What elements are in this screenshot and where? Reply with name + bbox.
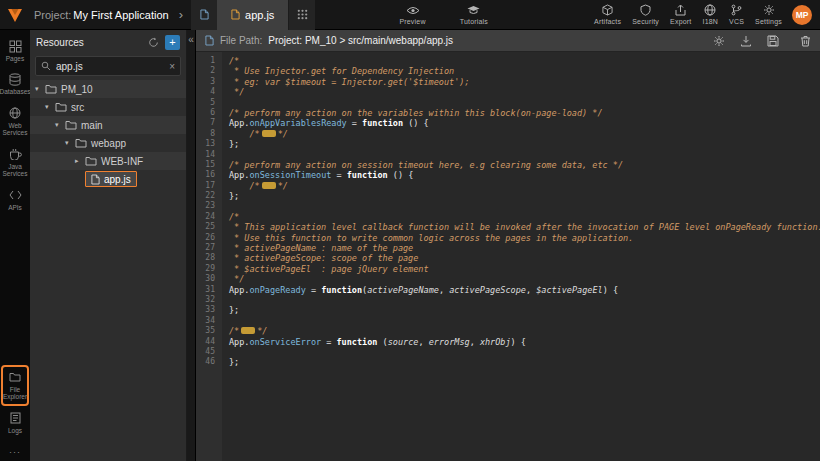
folded-code-badge[interactable] xyxy=(262,182,276,189)
branch-icon xyxy=(731,4,742,16)
chevron-right-icon[interactable]: › xyxy=(179,7,183,22)
tree-item-main[interactable]: ▾main xyxy=(30,116,186,134)
settings-icon[interactable] xyxy=(713,35,725,47)
rail-item-databases[interactable]: Databases xyxy=(1,67,29,100)
code-line-1[interactable]: 1/* xyxy=(196,56,820,66)
tree-item-webapp[interactable]: ▾webapp xyxy=(30,134,186,152)
code-line-16[interactable]: 16App.onSessionTimeout = function () { xyxy=(196,170,820,180)
topbar-preview-button[interactable]: Preview xyxy=(399,4,425,25)
code-line-8[interactable]: 8 /**/ xyxy=(196,129,820,139)
caret-down-icon[interactable]: ▾ xyxy=(55,121,65,129)
code-line-27[interactable]: 27 * activePageName : name of the page xyxy=(196,243,820,253)
app-logo-icon[interactable] xyxy=(0,0,30,30)
code-line-6[interactable]: 6/* perform any action on the variables … xyxy=(196,108,820,118)
main-body: PagesDatabasesWeb ServicesJava ServicesA… xyxy=(0,30,820,461)
code-line-24[interactable]: 24/* xyxy=(196,212,820,222)
code-line-7[interactable]: 7App.onAppVariablesReady = function () { xyxy=(196,118,820,128)
code-line-22[interactable]: 22}; xyxy=(196,191,820,201)
code-line-30[interactable]: 30 */ xyxy=(196,274,820,284)
topbar-item-label: Artifacts xyxy=(594,18,621,25)
selected-file[interactable]: app.js xyxy=(85,171,137,187)
code-line-34[interactable]: 34 xyxy=(196,316,820,326)
code-text xyxy=(222,316,229,326)
clear-search-icon[interactable]: × xyxy=(169,61,175,72)
topbar-item-label: Security xyxy=(632,18,659,25)
tree-item-app-js[interactable]: app.js xyxy=(30,170,186,188)
code-line-14[interactable]: 14 xyxy=(196,150,820,160)
topbar-tutorials-button[interactable]: Tutorials xyxy=(460,4,488,25)
download-icon[interactable] xyxy=(740,35,752,47)
tree-item-pm-10[interactable]: ▾PM_10 xyxy=(30,80,186,98)
code-line-46[interactable]: 46}; xyxy=(196,357,820,367)
topbar-security-button[interactable]: Security xyxy=(632,4,659,25)
delete-icon[interactable] xyxy=(800,35,811,47)
refresh-icon[interactable] xyxy=(148,37,159,48)
search-input[interactable]: app.js × xyxy=(35,56,181,76)
folded-code-badge[interactable] xyxy=(241,327,255,334)
line-number: 22 xyxy=(196,191,222,201)
line-number: 5 xyxy=(196,98,222,108)
rail-item-file-explorer[interactable]: File Explorer xyxy=(1,365,29,406)
line-number: 28 xyxy=(196,253,222,263)
tree-item-web-inf[interactable]: ▸WEB-INF xyxy=(30,152,186,170)
collapse-panel-icon[interactable]: « xyxy=(188,34,194,45)
code-text: }; xyxy=(222,357,239,367)
code-line-29[interactable]: 29 * $activePageEl : page jQuery element xyxy=(196,264,820,274)
caret-down-icon[interactable]: ▾ xyxy=(65,139,75,147)
rail-item-logs[interactable]: Logs xyxy=(1,406,29,439)
rail-item-label: Pages xyxy=(6,55,24,62)
code-line-4[interactable]: 4 */ xyxy=(196,87,820,97)
code-line-26[interactable]: 26 * Use this function to write common l… xyxy=(196,233,820,243)
topbar-item-label: VCS xyxy=(729,18,744,25)
topbar-settings-button[interactable]: Settings xyxy=(755,4,782,25)
user-avatar[interactable]: MP xyxy=(792,5,812,25)
code-line-25[interactable]: 25 * This application level callback fun… xyxy=(196,222,820,232)
more-options-icon[interactable]: ··· xyxy=(9,447,21,457)
rail-item-web-services[interactable]: Web Services xyxy=(1,101,29,142)
code-line-5[interactable]: 5 xyxy=(196,98,820,108)
caret-right-icon[interactable]: ▸ xyxy=(75,157,85,165)
line-number: 26 xyxy=(196,233,222,243)
topbar-i18n-button[interactable]: I18N xyxy=(703,4,719,25)
code-line-45[interactable]: 45 xyxy=(196,347,820,357)
logs-icon xyxy=(10,411,21,425)
folded-code-badge[interactable] xyxy=(262,130,276,137)
editor-actions xyxy=(713,35,811,47)
rail-item-apis[interactable]: APIs xyxy=(1,183,29,216)
coffee-icon xyxy=(9,147,22,161)
code-editor[interactable]: 1/*2 * Use Injector.get for Dependency I… xyxy=(196,52,820,461)
code-text: */ xyxy=(222,274,244,284)
file-tree: ▾PM_10▾src▾main▾webapp▸WEB-INFapp.js xyxy=(30,80,186,461)
shield-icon xyxy=(640,4,651,16)
add-resource-button[interactable]: + xyxy=(165,35,180,50)
code-line-28[interactable]: 28 * activePageScope: scope of the page xyxy=(196,253,820,263)
code-line-33[interactable]: 33}; xyxy=(196,305,820,315)
tab-app-js[interactable]: app.js xyxy=(217,0,289,30)
topbar-vcs-button[interactable]: VCS xyxy=(729,4,744,25)
code-line-2[interactable]: 2 * Use Injector.get for Dependency Inje… xyxy=(196,66,820,76)
save-icon[interactable] xyxy=(767,35,779,47)
resources-title: Resources xyxy=(36,37,142,48)
code-line-32[interactable]: 32 xyxy=(196,295,820,305)
code-line-44[interactable]: 44App.onServiceError = function (source,… xyxy=(196,337,820,347)
tab-label: app.js xyxy=(245,9,274,21)
rail-item-pages[interactable]: Pages xyxy=(1,34,29,67)
code-line-15[interactable]: 15/* perform any action on session timeo… xyxy=(196,160,820,170)
code-line-23[interactable]: 23 xyxy=(196,201,820,211)
topbar-artifacts-button[interactable]: Artifacts xyxy=(594,4,621,25)
apps-grid-icon[interactable] xyxy=(289,0,315,30)
panel-splitter[interactable]: « xyxy=(187,30,196,461)
rail-item-java-services[interactable]: Java Services xyxy=(1,142,29,183)
code-line-35[interactable]: 35/**/ xyxy=(196,326,820,336)
caret-down-icon[interactable]: ▾ xyxy=(35,85,45,93)
file-type-icon[interactable] xyxy=(191,0,217,30)
caret-down-icon[interactable]: ▾ xyxy=(45,103,55,111)
code-text: */ xyxy=(222,87,244,97)
tree-item-src[interactable]: ▾src xyxy=(30,98,186,116)
code-line-31[interactable]: 31App.onPageReady = function(activePageN… xyxy=(196,285,820,295)
code-line-17[interactable]: 17 /**/ xyxy=(196,181,820,191)
code-line-13[interactable]: 13}; xyxy=(196,139,820,149)
topbar-export-button[interactable]: Export xyxy=(670,4,691,25)
code-line-3[interactable]: 3 * eg: var $timeout = Injector.get('$ti… xyxy=(196,77,820,87)
editor-pane: File Path: Project: PM_10 > src/main/web… xyxy=(196,30,820,461)
